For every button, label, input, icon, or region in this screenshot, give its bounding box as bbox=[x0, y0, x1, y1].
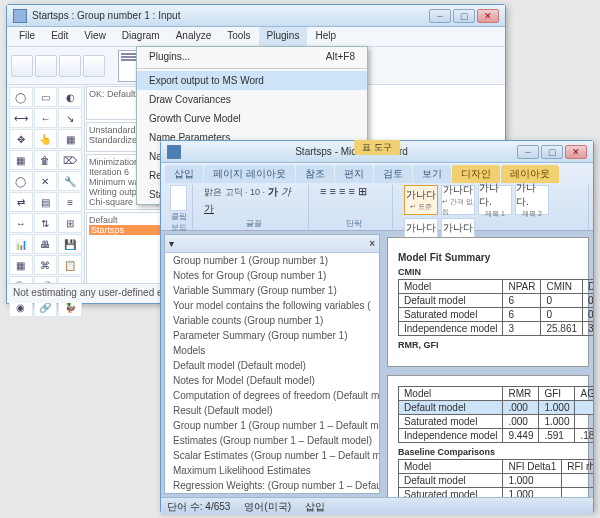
minimize-button[interactable]: – bbox=[429, 9, 451, 23]
tool-19[interactable]: ⇅ bbox=[34, 213, 58, 233]
tab-layout[interactable]: 페이지 레이아웃 bbox=[204, 165, 295, 183]
tool-20[interactable]: ⊞ bbox=[58, 213, 82, 233]
tool-13[interactable]: ✕ bbox=[34, 171, 58, 191]
nav-item[interactable]: Parameter Summary (Group number 1) bbox=[165, 328, 379, 343]
plugins-header[interactable]: Plugins...Alt+F8 bbox=[137, 47, 367, 66]
paste-button[interactable] bbox=[170, 185, 187, 211]
amos-app-icon bbox=[13, 9, 27, 23]
nav-item[interactable]: Your model contains the following variab… bbox=[165, 298, 379, 313]
style-2[interactable]: 가나다.제목 1 bbox=[478, 185, 512, 215]
nav-close-icon[interactable]: × bbox=[369, 238, 375, 249]
tb-1[interactable] bbox=[11, 55, 33, 77]
style-0[interactable]: 가나다↵ 표준 bbox=[404, 185, 438, 215]
tool-18[interactable]: ↔ bbox=[9, 213, 33, 233]
close-button[interactable]: ✕ bbox=[477, 9, 499, 23]
nav-item[interactable]: Computation of degrees of freedom (Defau… bbox=[165, 388, 379, 403]
status-wordcount[interactable]: 단어 수: 4/653 bbox=[167, 500, 230, 514]
amos-menubar: File Edit View Diagram Analyze Tools Plu… bbox=[7, 27, 505, 47]
word-nav-pane: ▾× Group number 1 (Group number 1)Notes … bbox=[164, 234, 380, 494]
word-close-button[interactable]: ✕ bbox=[565, 145, 587, 159]
nav-item[interactable]: Default model (Default model) bbox=[165, 358, 379, 373]
word-statusbar: 단어 수: 4/653 영어(미국) 삽입 bbox=[161, 497, 593, 515]
nav-item[interactable]: Scalar Estimates (Group number 1 – Defau… bbox=[165, 448, 379, 463]
tab-mail[interactable]: 편지 bbox=[335, 165, 373, 183]
tool-5[interactable]: ↘ bbox=[58, 108, 82, 128]
menu-view[interactable]: View bbox=[76, 27, 114, 46]
style-3[interactable]: 가나다.제목 2 bbox=[515, 185, 549, 215]
tab-insert[interactable]: 삽입 bbox=[165, 165, 203, 183]
status-insert[interactable]: 삽입 bbox=[305, 500, 325, 514]
nav-item[interactable]: Notes for Group (Group number 1) bbox=[165, 268, 379, 283]
word-window: Startsps - Microsoft Word 표 도구 – ▢ ✕ 삽입 … bbox=[160, 140, 594, 512]
tool-7[interactable]: 👆 bbox=[34, 129, 58, 149]
table-base: ModelNFI Delta1RFI rho1IFI Delta2TLI rho… bbox=[398, 459, 593, 497]
tool-11[interactable]: ⌦ bbox=[58, 150, 82, 170]
tool-24[interactable]: ▦ bbox=[9, 255, 33, 275]
tool-14[interactable]: 🔧 bbox=[58, 171, 82, 191]
nav-item[interactable]: Result (Default model) bbox=[165, 403, 379, 418]
tool-9[interactable]: ▦ bbox=[9, 150, 33, 170]
tool-17[interactable]: ≡ bbox=[58, 192, 82, 212]
menu-tools[interactable]: Tools bbox=[219, 27, 258, 46]
tb-2[interactable] bbox=[35, 55, 57, 77]
tool-16[interactable]: ▤ bbox=[34, 192, 58, 212]
word-context-tab: 표 도구 bbox=[354, 140, 400, 155]
h-model-fit: Model Fit Summary bbox=[398, 252, 578, 263]
nav-item[interactable]: Variable counts (Group number 1) bbox=[165, 313, 379, 328]
tool-8[interactable]: ▦ bbox=[58, 129, 82, 149]
nav-header[interactable]: ▾× bbox=[165, 235, 379, 253]
tool-22[interactable]: 🖶 bbox=[34, 234, 58, 254]
nav-item[interactable]: Notes for Model (Default model) bbox=[165, 373, 379, 388]
h-cmin: CMIN bbox=[398, 267, 578, 277]
word-titlebar[interactable]: Startsps - Microsoft Word 표 도구 – ▢ ✕ bbox=[161, 141, 593, 163]
menu-plugins[interactable]: Plugins bbox=[259, 27, 308, 46]
menu-analyze[interactable]: Analyze bbox=[168, 27, 220, 46]
tb-4[interactable] bbox=[83, 55, 105, 77]
tb-3[interactable] bbox=[59, 55, 81, 77]
mi-export-word[interactable]: Export output to MS Word bbox=[137, 71, 367, 90]
tool-23[interactable]: 💾 bbox=[58, 234, 82, 254]
mi-growth[interactable]: Growth Curve Model bbox=[137, 109, 367, 128]
nav-item[interactable]: Estimates (Group number 1 – Default mode… bbox=[165, 433, 379, 448]
menu-diagram[interactable]: Diagram bbox=[114, 27, 168, 46]
h-base: Baseline Comparisons bbox=[398, 447, 578, 457]
tab-review[interactable]: 검토 bbox=[374, 165, 412, 183]
tool-15[interactable]: ⇄ bbox=[9, 192, 33, 212]
menu-help[interactable]: Help bbox=[307, 27, 344, 46]
nav-list[interactable]: Group number 1 (Group number 1)Notes for… bbox=[165, 253, 379, 493]
nav-item[interactable]: Group number 1 (Group number 1) bbox=[165, 253, 379, 268]
tab-view[interactable]: 보기 bbox=[413, 165, 451, 183]
table-rmr: ModelRMRGFIAGFIPGFIDefault model.0001.00… bbox=[398, 386, 593, 443]
tool-10[interactable]: 🗑 bbox=[34, 150, 58, 170]
word-max-button[interactable]: ▢ bbox=[541, 145, 563, 159]
tool-6[interactable]: ✥ bbox=[9, 129, 33, 149]
tool-12[interactable]: ◯ bbox=[9, 171, 33, 191]
style-1[interactable]: 가나다↵ 간격 없음 bbox=[441, 185, 475, 215]
nav-item[interactable]: Variable Summary (Group number 1) bbox=[165, 283, 379, 298]
maximize-button[interactable]: ▢ bbox=[453, 9, 475, 23]
nav-item[interactable]: Regression Weights: (Group number 1 – De… bbox=[165, 478, 379, 493]
tool-21[interactable]: 📊 bbox=[9, 234, 33, 254]
tool-2[interactable]: ◐ bbox=[58, 87, 82, 107]
tool-0[interactable]: ◯ bbox=[9, 87, 33, 107]
sheet-2: ModelRMRGFIAGFIPGFIDefault model.0001.00… bbox=[387, 375, 589, 497]
status-lang[interactable]: 영어(미국) bbox=[244, 500, 291, 514]
tool-25[interactable]: ⌘ bbox=[34, 255, 58, 275]
tool-4[interactable]: ← bbox=[34, 108, 58, 128]
tool-26[interactable]: 📋 bbox=[58, 255, 82, 275]
sheet-1: Model Fit Summary CMIN ModelNPARCMINDFPC… bbox=[387, 237, 589, 367]
tool-3[interactable]: ⟷ bbox=[9, 108, 33, 128]
nav-item[interactable]: Group number 1 (Group number 1 – Default… bbox=[165, 418, 379, 433]
amos-titlebar[interactable]: Startsps : Group number 1 : Input – ▢ ✕ bbox=[7, 5, 505, 27]
tool-1[interactable]: ▭ bbox=[34, 87, 58, 107]
word-app-icon bbox=[167, 145, 181, 159]
mi-draw-cov[interactable]: Draw Covariances bbox=[137, 90, 367, 109]
menu-file[interactable]: File bbox=[11, 27, 43, 46]
amos-title: Startsps : Group number 1 : Input bbox=[32, 10, 180, 21]
nav-item[interactable]: Maximum Likelihood Estimates bbox=[165, 463, 379, 478]
word-min-button[interactable]: – bbox=[517, 145, 539, 159]
tab-ref[interactable]: 참조 bbox=[296, 165, 334, 183]
nav-item[interactable]: Models bbox=[165, 343, 379, 358]
menu-edit[interactable]: Edit bbox=[43, 27, 76, 46]
word-page-area[interactable]: Model Fit Summary CMIN ModelNPARCMINDFPC… bbox=[383, 231, 593, 497]
